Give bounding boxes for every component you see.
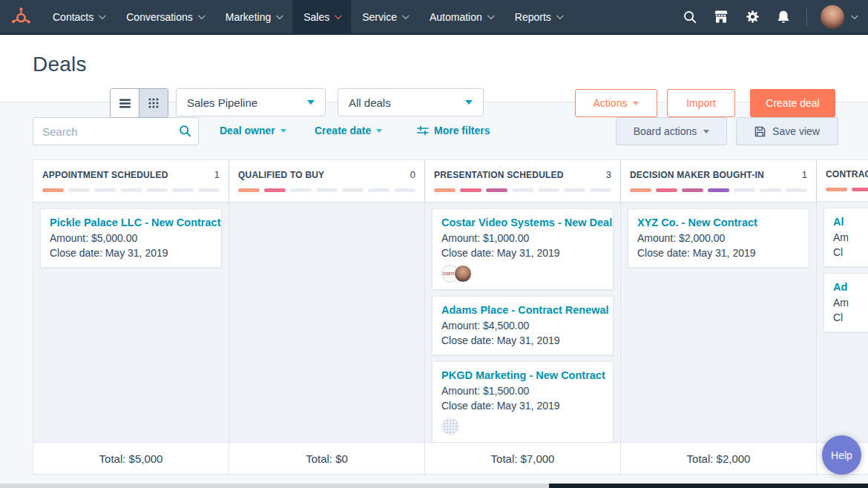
progress-segment bbox=[826, 188, 847, 191]
nav-item-reports[interactable]: Reports bbox=[504, 0, 573, 33]
progress-segment bbox=[434, 188, 456, 192]
stage-total: Total: $5,000 bbox=[33, 442, 228, 474]
marketplace-icon[interactable] bbox=[706, 0, 737, 33]
stage-progress bbox=[434, 188, 611, 192]
deal-card[interactable]: XYZ Co. - New Contract Amount: $2,000.00… bbox=[628, 208, 809, 268]
deal-close-date: Close date: May 31, 2019 bbox=[637, 245, 800, 260]
deal-title-link[interactable]: Costar Video Systems - New Deal bbox=[441, 215, 604, 231]
contact-photo-avatar[interactable] bbox=[454, 265, 472, 283]
nav-item-label: Marketing bbox=[226, 11, 271, 23]
pipeline-column: DECISION MAKER BOUGHT-IN 1 XYZ Co. - New… bbox=[621, 160, 817, 474]
chevron-down-icon bbox=[307, 100, 315, 105]
horizontal-scrollbar-thumb[interactable] bbox=[549, 484, 868, 488]
progress-segment bbox=[486, 188, 507, 192]
deal-title-link[interactable]: XYZ Co. - New Contract bbox=[637, 215, 800, 231]
sliders-icon bbox=[417, 125, 429, 136]
list-icon bbox=[119, 99, 131, 108]
progress-segment bbox=[564, 188, 585, 192]
nav-item-conversations[interactable]: Conversations bbox=[115, 0, 214, 33]
pipeline-column: CONTRACT SENT Al Am Cl Ad Am Cl bbox=[817, 160, 868, 474]
nav-item-automation[interactable]: Automation bbox=[418, 0, 504, 33]
progress-segment bbox=[198, 188, 220, 192]
progress-segment bbox=[146, 188, 168, 192]
deal-close-date: Close date: May 31, 2019 bbox=[441, 333, 604, 348]
progress-segment bbox=[264, 188, 286, 192]
stage-name: DECISION MAKER BOUGHT-IN bbox=[630, 170, 764, 180]
list-view-button[interactable] bbox=[111, 89, 139, 117]
board-actions-button[interactable]: Board actions bbox=[616, 117, 727, 145]
deal-amount: Amount: $5,000.00 bbox=[50, 231, 212, 245]
save-view-label: Save view bbox=[772, 125, 820, 137]
nav-menu: ContactsConversationsMarketingSalesServi… bbox=[42, 0, 573, 33]
chevron-down-icon bbox=[335, 12, 342, 19]
help-button[interactable]: Help bbox=[822, 435, 861, 475]
chevron-down-icon bbox=[99, 12, 106, 19]
actions-button[interactable]: Actions bbox=[575, 89, 657, 117]
stage-progress bbox=[238, 188, 415, 192]
progress-segment bbox=[630, 188, 651, 192]
search-icon[interactable] bbox=[674, 0, 706, 33]
deal-card[interactable]: Adams Place - Contract Renewal Amount: $… bbox=[432, 296, 614, 355]
deal-amount: Am bbox=[833, 295, 868, 310]
deals-filter-select-value: All deals bbox=[349, 96, 391, 109]
user-avatar[interactable] bbox=[821, 5, 844, 29]
progress-segment bbox=[68, 188, 90, 192]
deal-owner-filter[interactable]: Deal owner bbox=[220, 125, 286, 136]
pipeline-select[interactable]: Sales Pipeline bbox=[176, 88, 326, 116]
save-view-button[interactable]: Save view bbox=[736, 117, 838, 145]
stage-count: 1 bbox=[802, 169, 807, 180]
deal-title-link[interactable]: Al bbox=[833, 214, 868, 230]
deal-close-date: Close date: May 31, 2019 bbox=[441, 398, 604, 413]
notifications-icon[interactable] bbox=[768, 0, 799, 33]
deals-filter-select[interactable]: All deals bbox=[338, 88, 484, 116]
progress-segment bbox=[734, 188, 755, 192]
nav-item-contacts[interactable]: Contacts bbox=[42, 0, 115, 33]
pipeline-column: PRESENTATION SCHEDULED 3 Costar Video Sy… bbox=[425, 160, 621, 474]
deal-title-link[interactable]: PKGD Marketing - New Contract bbox=[441, 368, 604, 383]
search-icon[interactable] bbox=[179, 125, 191, 140]
deal-amount: Amount: $1,500.00 bbox=[441, 383, 604, 398]
stage-cards[interactable]: XYZ Co. - New Contract Amount: $2,000.00… bbox=[621, 202, 816, 442]
deal-card[interactable]: PKGD Marketing - New Contract Amount: $1… bbox=[432, 361, 614, 442]
settings-icon[interactable] bbox=[737, 0, 768, 33]
more-filters-link[interactable]: More filters bbox=[417, 125, 490, 136]
chevron-down-icon bbox=[851, 12, 858, 19]
deal-title-link[interactable]: Ad bbox=[833, 280, 868, 295]
chevron-down-icon bbox=[280, 129, 286, 133]
deal-amount: Amount: $1,000.00 bbox=[441, 231, 604, 245]
nav-item-label: Automation bbox=[430, 11, 482, 23]
hubspot-sprocket-logo-icon[interactable] bbox=[11, 7, 31, 27]
stage-total: Total: $2,000 bbox=[621, 442, 816, 474]
nav-item-sales[interactable]: Sales bbox=[292, 0, 351, 33]
board-view-button[interactable] bbox=[139, 89, 168, 117]
deal-title-link[interactable]: Adams Place - Contract Renewal bbox=[441, 303, 604, 318]
deal-card[interactable]: Al Am Cl bbox=[823, 208, 868, 267]
deal-card[interactable]: Pickle Palace LLC - New Contract Amount:… bbox=[40, 208, 222, 268]
column-header: APPOINTMENT SCHEDULED 1 bbox=[33, 160, 228, 202]
chevron-down-icon bbox=[465, 100, 473, 105]
stage-cards[interactable]: Pickle Palace LLC - New Contract Amount:… bbox=[33, 202, 228, 442]
deal-owner-filter-label: Deal owner bbox=[220, 125, 275, 136]
stage-cards[interactable]: Costar Video Systems - New Deal Amount: … bbox=[425, 202, 620, 442]
account-menu[interactable] bbox=[815, 5, 868, 29]
nav-item-service[interactable]: Service bbox=[351, 0, 418, 33]
stage-name: PRESENTATION SCHEDULED bbox=[434, 170, 564, 180]
deal-title-link[interactable]: Pickle Palace LLC - New Contract bbox=[50, 215, 212, 231]
column-header: CONTRACT SENT bbox=[817, 160, 868, 201]
deal-card[interactable]: Ad Am Cl bbox=[823, 273, 868, 332]
progress-segment bbox=[786, 188, 807, 192]
nav-item-label: Conversations bbox=[126, 11, 193, 23]
create-date-filter[interactable]: Create date bbox=[315, 125, 382, 136]
search-input[interactable] bbox=[33, 117, 199, 145]
stage-cards[interactable]: Al Am Cl Ad Am Cl bbox=[817, 201, 868, 442]
create-deal-button[interactable]: Create deal bbox=[750, 89, 835, 117]
stage-cards[interactable] bbox=[229, 202, 424, 442]
nav-item-marketing[interactable]: Marketing bbox=[214, 0, 292, 33]
progress-segment bbox=[316, 188, 338, 192]
view-toggle bbox=[110, 88, 168, 118]
placeholder-avatar[interactable] bbox=[441, 418, 459, 435]
deal-card[interactable]: Costar Video Systems - New Deal Amount: … bbox=[432, 208, 614, 290]
create-deal-button-label: Create deal bbox=[766, 97, 819, 109]
progress-segment bbox=[394, 188, 415, 192]
import-button[interactable]: Import bbox=[667, 89, 735, 117]
